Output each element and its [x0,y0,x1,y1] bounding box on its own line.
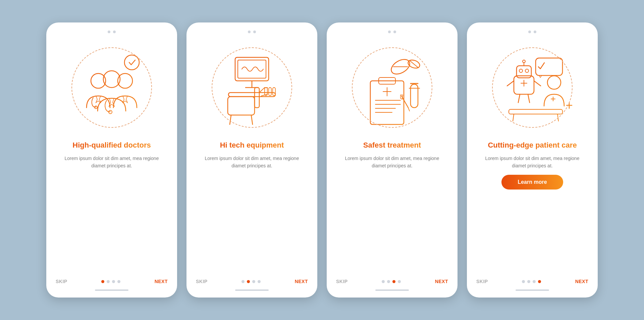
card-title-1: High-qualified doctors [62,141,161,150]
bottom-bar-2 [235,289,269,291]
top-dot [393,31,396,33]
dot-nav [387,280,390,283]
dashed-circle [352,47,432,128]
illustration-treatment [342,37,442,138]
card-title-3: Safest treatment [353,141,431,150]
dot-nav [533,280,536,283]
top-dot [253,31,256,33]
skip-button-4[interactable]: SKIP [476,279,488,284]
card-body-4: Lorem ipsum dolor sit dim amet, mea regi… [467,155,598,170]
illustration-patient-care [482,37,583,138]
phone-card-3: Safest treatment Lorem ipsum dolor sit d… [327,22,458,298]
dot-nav-active [538,280,541,283]
learn-more-button[interactable]: Learn more [501,175,563,190]
skip-button-1[interactable]: SKIP [56,279,67,284]
skip-button-2[interactable]: SKIP [196,279,208,284]
next-button-3[interactable]: NEXT [435,279,448,284]
phone-dots-top-2 [248,31,256,33]
screens-container: High-qualified doctors Lorem ipsum dolor… [46,22,598,298]
nav-bar-4: SKIP NEXT [467,279,598,284]
dashed-circle [492,47,573,128]
bottom-bar-1 [95,289,128,291]
nav-bar-1: SKIP NEXT [46,279,177,284]
dot-nav [107,280,110,283]
top-dot [248,31,251,33]
dots-nav-3 [382,280,401,283]
card-body-2: Lorem ipsum dolor sit dim amet, mea regi… [186,155,317,170]
dots-nav-4 [522,280,541,283]
dots-nav-1 [101,280,120,283]
next-button-2[interactable]: NEXT [295,279,308,284]
card-title-2: Hi tech equipment [210,141,294,150]
dashed-circle [212,47,292,128]
card-body-1: Lorem ipsum dolor sit dim amet, mea regi… [46,155,177,170]
dot-nav [117,280,120,283]
top-dot [388,31,391,33]
dot-nav [522,280,525,283]
next-button-4[interactable]: NEXT [575,279,588,284]
dot-nav-active [247,280,250,283]
top-dot [113,31,116,33]
illustration-doctors [61,37,162,138]
dots-nav-2 [241,280,261,283]
next-button-1[interactable]: NEXT [155,279,168,284]
illustration-equipment [202,37,302,138]
dot-nav [252,280,255,283]
phone-dots-top-1 [108,31,116,33]
phone-dots-top-4 [528,31,536,33]
nav-bar-3: SKIP NEXT [327,279,458,284]
phone-card-2: Hi tech equipment Lorem ipsum dolor sit … [186,22,317,298]
skip-button-3[interactable]: SKIP [336,279,348,284]
dot-nav [398,280,401,283]
dot-nav [241,280,245,283]
dot-nav [258,280,261,283]
nav-bar-2: SKIP NEXT [186,279,317,284]
card-title-4: Cutting-edge patient care [478,141,587,150]
dashed-circle [71,47,152,128]
dot-nav [527,280,530,283]
dot-nav-active [392,280,395,283]
bottom-bar-4 [516,289,549,291]
phone-card-1: High-qualified doctors Lorem ipsum dolor… [46,22,177,298]
card-body-3: Lorem ipsum dolor sit dim amet, mea regi… [327,155,458,170]
dot-nav-active [101,280,104,283]
dot-nav [382,280,385,283]
bottom-bar-3 [375,289,409,291]
phone-card-4: Cutting-edge patient care Lorem ipsum do… [467,22,598,298]
dot-nav [112,280,115,283]
top-dot [108,31,110,33]
top-dot [528,31,531,33]
phone-dots-top-3 [388,31,396,33]
top-dot [534,31,536,33]
